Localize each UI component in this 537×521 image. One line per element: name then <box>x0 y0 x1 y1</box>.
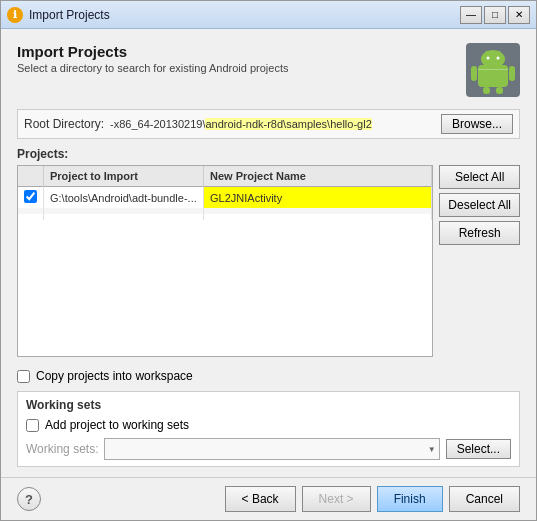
close-button[interactable]: ✕ <box>508 6 530 24</box>
row-project-name: G:\tools\Android\adt-bundle-... <box>44 187 204 209</box>
copy-checkbox-row: Copy projects into workspace <box>17 369 520 383</box>
cancel-button[interactable]: Cancel <box>449 486 520 512</box>
working-sets-label: Working sets: <box>26 442 98 456</box>
import-projects-dialog: ℹ Import Projects — □ ✕ Import Projects … <box>0 0 537 521</box>
browse-button[interactable]: Browse... <box>441 114 513 134</box>
dialog-body: Import Projects Select a directory to se… <box>1 29 536 477</box>
help-button[interactable]: ? <box>17 487 41 511</box>
table-row: G:\tools\Android\adt-bundle-... GL2JNIAc… <box>18 187 432 209</box>
next-button[interactable]: Next > <box>302 486 371 512</box>
select-working-sets-button[interactable]: Select... <box>446 439 511 459</box>
svg-rect-8 <box>483 87 490 94</box>
copy-checkbox[interactable] <box>17 370 30 383</box>
svg-point-3 <box>497 57 500 60</box>
svg-rect-7 <box>509 66 515 81</box>
dialog-title: Import Projects <box>17 43 466 60</box>
projects-section: Projects: Project to Import New Project … <box>17 147 520 357</box>
title-bar: ℹ Import Projects — □ ✕ <box>1 1 536 29</box>
root-dir-prefix: -x86_64-20130219\ <box>110 118 205 130</box>
table-body: G:\tools\Android\adt-bundle-... GL2JNIAc… <box>18 187 432 221</box>
dialog-header-text: Import Projects Select a directory to se… <box>17 43 466 74</box>
row-new-name: GL2JNIActivity <box>204 187 432 209</box>
maximize-button[interactable]: □ <box>484 6 506 24</box>
svg-rect-9 <box>496 87 503 94</box>
footer-buttons: < Back Next > Finish Cancel <box>225 486 520 512</box>
svg-rect-6 <box>471 66 477 81</box>
svg-rect-0 <box>478 65 508 87</box>
dialog-header: Import Projects Select a directory to se… <box>17 43 520 97</box>
col-new-name: New Project Name <box>204 166 432 187</box>
row-checkbox-cell <box>18 187 44 209</box>
table-row-empty-2 <box>18 214 432 220</box>
android-logo <box>466 43 520 97</box>
dialog-footer: ? < Back Next > Finish Cancel <box>1 477 536 520</box>
footer-left: ? <box>17 487 41 511</box>
projects-table: Project to Import New Project Name G:\to… <box>18 166 432 220</box>
svg-point-1 <box>481 50 505 68</box>
android-icon <box>468 45 518 95</box>
projects-label: Projects: <box>17 147 520 161</box>
add-working-sets-label: Add project to working sets <box>45 418 189 432</box>
root-dir-value: -x86_64-20130219\android-ndk-r8d\samples… <box>110 118 435 130</box>
deselect-all-button[interactable]: Deselect All <box>439 193 520 217</box>
dialog-subtitle: Select a directory to search for existin… <box>17 62 466 74</box>
refresh-button[interactable]: Refresh <box>439 221 520 245</box>
minimize-button[interactable]: — <box>460 6 482 24</box>
finish-button[interactable]: Finish <box>377 486 443 512</box>
svg-point-2 <box>487 57 490 60</box>
table-buttons: Select All Deselect All Refresh <box>439 165 520 357</box>
root-dir-label: Root Directory: <box>24 117 104 131</box>
table-header: Project to Import New Project Name <box>18 166 432 187</box>
add-working-sets-checkbox[interactable] <box>26 419 39 432</box>
title-bar-left: ℹ Import Projects <box>7 7 110 23</box>
working-sets-section: Working sets Add project to working sets… <box>17 391 520 467</box>
back-button[interactable]: < Back <box>225 486 296 512</box>
select-all-button[interactable]: Select All <box>439 165 520 189</box>
working-sets-dropdown-wrapper: ▼ <box>104 438 439 460</box>
root-dir-highlighted: android-ndk-r8d\samples\hello-gl2 <box>205 118 371 130</box>
col-project-import: Project to Import <box>44 166 204 187</box>
working-sets-dropdown[interactable] <box>104 438 439 460</box>
info-icon: ℹ <box>7 7 23 23</box>
copy-label: Copy projects into workspace <box>36 369 193 383</box>
svg-rect-10 <box>478 69 508 70</box>
working-sets-title: Working sets <box>26 398 511 412</box>
title-bar-buttons: — □ ✕ <box>460 6 530 24</box>
title-bar-title: Import Projects <box>29 8 110 22</box>
projects-container: Project to Import New Project Name G:\to… <box>17 165 520 357</box>
root-dir-row: Root Directory: -x86_64-20130219\android… <box>17 109 520 139</box>
col-checkbox <box>18 166 44 187</box>
projects-table-wrapper: Project to Import New Project Name G:\to… <box>17 165 433 357</box>
row-checkbox[interactable] <box>24 190 37 203</box>
working-sets-checkbox-row: Add project to working sets <box>26 418 511 432</box>
working-sets-input-row: Working sets: ▼ Select... <box>26 438 511 460</box>
